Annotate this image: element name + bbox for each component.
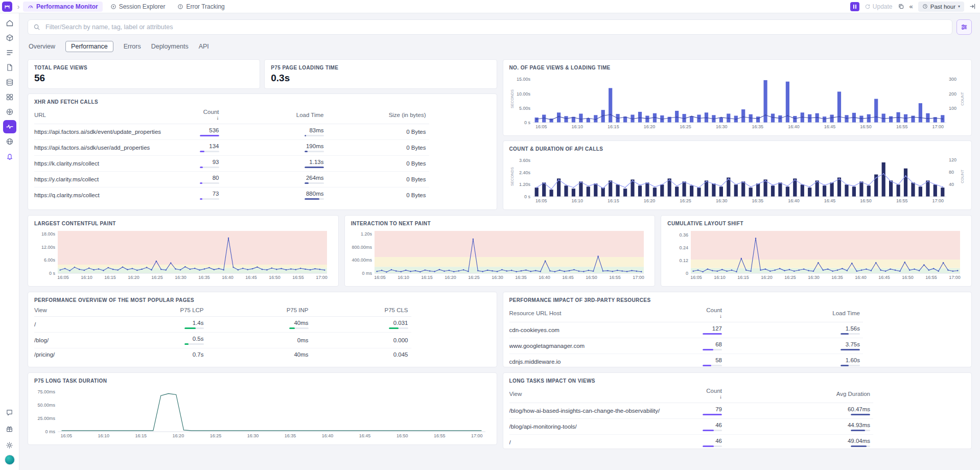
svg-text:16:50: 16:50 [902,275,914,280]
progress-bar [289,327,309,329]
long-task-chart[interactable]: 0 ms25.00ms50.00ms75.00ms16:0516:1016:15… [34,386,491,439]
sidebar-item-database[interactable] [3,76,16,89]
sidebar-item-kubernetes[interactable] [3,105,16,119]
svg-text:16:35: 16:35 [752,198,763,203]
sidebar-item-infrastructure[interactable] [3,31,16,44]
column-header: View [34,307,120,313]
svg-text:16:40: 16:40 [788,124,800,129]
column-header: P75 INP [207,307,312,313]
page-views-chart[interactable]: 0 s5.00s10.00s15.00s10020030016:0516:101… [509,73,966,130]
tab-errors[interactable]: Errors [124,41,141,52]
svg-text:5.00s: 5.00s [519,106,530,111]
svg-text:SECONDS: SECONDS [510,89,515,108]
update-button[interactable]: Update [865,3,893,10]
svg-text:800.00ms: 800.00ms [352,245,372,250]
cell-text: 46 [715,438,722,444]
svg-text:17:00: 17:00 [471,433,483,438]
table-row[interactable]: /pricing/0.7s40ms0.045 [34,348,411,361]
column-header[interactable]: Count ↓ [664,388,725,400]
table-row[interactable]: /blog/how-ai-based-insights-can-change-t… [509,403,874,419]
sort-desc-icon[interactable]: ↓ [217,115,219,121]
cell-text: https://api.factors.ai/sdk/event/update_… [34,129,161,135]
svg-text:16:10: 16:10 [714,275,726,280]
tab-performance[interactable]: Performance [65,41,113,52]
table-cell: 0 Bytes [327,129,429,135]
search-bar[interactable] [28,19,952,35]
table-row[interactable]: https://y.clarity.ms/collect80264ms0 Byt… [34,172,429,187]
table-cell: / [34,321,120,327]
sidebar-expand-icon[interactable]: › [15,3,22,10]
table-row[interactable]: /blog/api-monitoring-tools/4644.93ms [509,419,874,435]
settings-button[interactable] [3,438,16,452]
sidebar-item-logs[interactable] [3,46,16,59]
table-row[interactable]: /4649.04ms [509,435,874,449]
svg-text:16:25: 16:25 [680,124,691,129]
time-range-dropdown[interactable]: Past hour ▾ [918,2,964,12]
collapse-left-icon[interactable]: « [909,3,913,10]
cls-chart[interactable]: 00.120.240.3616:0516:1016:1516:2016:2516… [667,228,965,281]
search-input[interactable] [44,23,947,31]
tab-api[interactable]: API [199,41,209,52]
cell-text: 79 [715,406,722,412]
sort-desc-icon[interactable]: ↓ [719,394,722,400]
column-header[interactable]: Count ↓ [176,109,222,121]
sidebar-bottom [3,406,16,465]
sidebar-item-dashboards[interactable] [3,90,16,104]
column-header[interactable]: Count ↓ [659,307,725,319]
sidebar-item-rum[interactable] [3,120,16,133]
cell-text: 58 [715,357,722,363]
middleware-logo[interactable] [2,2,12,12]
table-cell: 0 Bytes [327,160,429,167]
whats-new-button[interactable] [3,422,16,435]
tab-overview[interactable]: Overview [29,41,55,52]
tab-deployments[interactable]: Deployments [151,41,189,52]
table-cell: /pricing/ [34,351,120,358]
table-row[interactable]: www.googletagmanager.com683.75s [509,338,864,354]
page-views-loading-time-card: NO. OF PAGE VIEWS & LOADING TIME 0 s5.00… [503,59,972,136]
user-avatar[interactable] [5,455,15,465]
table-row[interactable]: https://k.clarity.ms/collect931.13s0 Byt… [34,156,429,172]
api-calls-chart[interactable]: 0 s1.20s2.40s3.60s408012016:0516:1016:15… [509,154,966,204]
tab-session-explorer[interactable]: Session Explorer [106,2,170,12]
table-row[interactable]: cdn-cookieyes.com1271.56s [509,322,864,338]
table-cell: /blog/how-ai-based-insights-can-change-t… [509,408,664,414]
advanced-filter-button[interactable] [956,19,972,35]
table-row[interactable]: /1.4s40ms0.031 [34,317,411,333]
tab-label: Performance Monitor [36,3,98,10]
home-icon [6,19,14,27]
svg-text:16:50: 16:50 [269,275,281,280]
sidebar-item-home[interactable] [3,16,16,30]
table-cell: cdn-cookieyes.com [509,327,659,333]
copy-icon[interactable] [898,3,904,10]
sidebar-item-apm[interactable] [3,61,16,74]
table-row[interactable]: https://q.clarity.ms/collect73880ms0 Byt… [34,187,429,203]
progress-bar [200,135,219,136]
progress-bar [703,414,722,415]
tab-error-tracking[interactable]: Error Tracking [173,2,229,12]
svg-text:0.12: 0.12 [680,258,689,263]
top-right-column: NO. OF PAGE VIEWS & LOADING TIME 0 s5.00… [503,59,972,210]
chart-svg: 00.120.240.3616:0516:1016:1516:2016:2516… [667,228,965,281]
svg-text:0 ms: 0 ms [45,429,55,434]
sort-desc-icon[interactable]: ↓ [719,313,722,319]
left-sidebar [0,13,19,470]
inp-chart[interactable]: 0 ms400.00ms800.00ms1.20s16:0516:1016:15… [351,228,649,281]
cell-text: /blog/api-monitoring-tools/ [509,424,577,430]
table-row[interactable]: cdnjs.middleware.io581.60s [509,354,864,367]
table-cell: 0ms [207,337,312,343]
p75-loading-time-value: 0.3s [271,73,490,84]
panel-collapse-icon[interactable] [969,3,976,10]
lcp-chart[interactable]: 0 s6.00s12.00s18.00s16:0516:1016:1516:20… [34,228,332,281]
sidebar-item-synthetic-monitoring[interactable] [3,135,16,148]
table-row[interactable]: /blog/0.5s0ms0.000 [34,333,411,348]
tab-performance-monitor[interactable]: Performance Monitor [23,2,103,12]
svg-text:40: 40 [949,182,954,187]
cell-text: 880ms [306,191,324,197]
pause-button[interactable] [850,2,859,11]
table-row[interactable]: https://api.factors.ai/sdk/user/add_prop… [34,140,429,156]
table-row[interactable]: https://api.factors.ai/sdk/event/update_… [34,124,429,140]
progress-bar [184,343,204,345]
sidebar-item-alerts[interactable] [3,150,16,163]
help-button[interactable] [3,406,16,419]
update-label: Update [873,3,893,10]
